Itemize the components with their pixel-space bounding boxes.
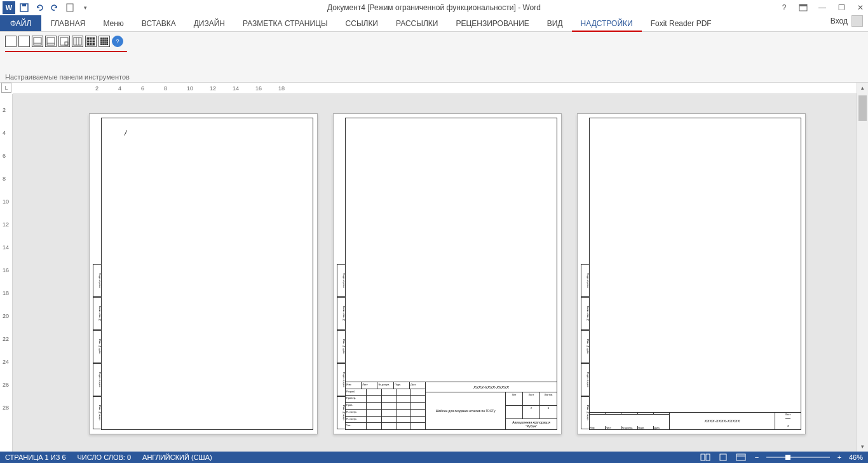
word-logo-icon: W	[3, 1, 15, 14]
ribbon-group-label: Настраиваемые панели инструментов	[5, 73, 130, 81]
zoom-out-button[interactable]: −	[752, 453, 761, 461]
svg-rect-14	[87, 38, 95, 45]
svg-rect-11	[74, 38, 81, 45]
svg-rect-9	[60, 38, 68, 45]
quick-access-toolbar: W ▾	[0, 1, 92, 14]
addin-frame3-icon[interactable]	[32, 36, 43, 47]
status-words[interactable]: ЧИСЛО СЛОВ: 0	[78, 453, 132, 461]
zoom-in-button[interactable]: +	[835, 453, 844, 461]
tab-layout[interactable]: РАЗМЕТКА СТРАНИЦЫ	[234, 15, 337, 31]
svg-rect-7	[47, 38, 55, 45]
gost-sheet-label: Лист	[785, 413, 791, 419]
svg-rect-27	[706, 454, 710, 460]
svg-rect-4	[799, 4, 807, 6]
ruler-vertical[interactable]: 246810121416182022242628	[0, 94, 13, 452]
addin-help-icon[interactable]: ?	[112, 36, 123, 47]
tab-mailings[interactable]: РАССЫЛКИ	[387, 15, 447, 31]
window-controls: ? — ❐ ✕	[779, 3, 865, 13]
addin-frame2-icon[interactable]	[18, 36, 30, 47]
tab-references[interactable]: ССЫЛКИ	[337, 15, 387, 31]
tab-selector-icon[interactable]: L	[1, 83, 11, 93]
restore-button[interactable]: ❐	[836, 3, 846, 13]
gost-title-block: ИзмЛист№ докум.Подп.ДатаРазраб.Провер.Пр…	[345, 382, 557, 430]
document-area[interactable]: / Подп. и датаВзам. инв №Инв. №дубл.Подп…	[13, 94, 857, 452]
zoom-level[interactable]: 46%	[849, 453, 863, 461]
ruler-horizontal[interactable]: L 24681012141618	[13, 83, 857, 94]
page-3[interactable]: Подп. и датаВзам. инв №Инв. №дубл.Подп. …	[577, 113, 806, 434]
tab-view[interactable]: ВИД	[538, 15, 572, 31]
page-1[interactable]: / Подп. и датаВзам. инв №Инв. №дубл.Подп…	[89, 113, 318, 434]
svg-rect-5	[34, 38, 41, 45]
addin-grid2-icon[interactable]	[85, 36, 97, 47]
svg-rect-2	[67, 4, 73, 11]
avatar-icon	[851, 15, 863, 27]
tab-addins[interactable]: НАДСТРОЙКИ	[572, 16, 642, 32]
status-bar: СТРАНИЦА 1 ИЗ 6 ЧИСЛО СЛОВ: 0 АНГЛИЙСКИЙ…	[0, 452, 868, 463]
title-bar: W ▾ Документ4 [Режим ограниченной функци…	[0, 0, 868, 15]
help-button[interactable]: ?	[779, 3, 789, 13]
sign-in[interactable]: Вход	[831, 15, 863, 27]
gost-sheet-num: 3	[787, 424, 789, 430]
view-web-icon[interactable]	[735, 453, 747, 462]
addin-frame5-icon[interactable]	[58, 36, 70, 47]
svg-rect-29	[736, 454, 745, 460]
svg-rect-10	[65, 42, 68, 45]
minimize-button[interactable]: —	[817, 3, 827, 13]
gost-small-block: ИзмЛист№ докум.Подп.Дата ХХХХ-ХХХХ-ХХХХХ…	[589, 412, 801, 430]
svg-rect-28	[720, 454, 726, 460]
scrollbar-vertical[interactable]: ▴ ▾	[857, 83, 868, 452]
view-print-icon[interactable]	[717, 453, 729, 462]
view-read-icon[interactable]	[699, 453, 712, 462]
scroll-down-icon[interactable]: ▾	[857, 441, 868, 452]
tab-home[interactable]: ГЛАВНАЯ	[41, 15, 94, 31]
addin-grid1-icon[interactable]	[72, 36, 83, 47]
redo-icon[interactable]	[48, 1, 61, 14]
addin-grid3-icon[interactable]	[98, 36, 110, 47]
scroll-thumb[interactable]	[858, 95, 867, 121]
status-lang[interactable]: АНГЛИЙСКИЙ (США)	[142, 453, 212, 461]
tab-foxit[interactable]: Foxit Reader PDF	[642, 15, 721, 31]
close-button[interactable]: ✕	[855, 3, 865, 13]
gost-company: Авиационная корпорация "Рубин"	[506, 419, 557, 429]
ribbon-content: ? Настраиваемые панели инструментов	[0, 32, 868, 83]
tab-design[interactable]: ДИЗАЙН	[185, 15, 234, 31]
addin-frame1-icon[interactable]	[5, 36, 17, 47]
gost-doc-number: ХХХХ-ХХХХ-ХХХХХ	[426, 382, 557, 392]
addin-toolbar: ?	[5, 36, 863, 47]
gost-doc-number-small: ХХХХ-ХХХХ-ХХХХХ	[670, 413, 775, 429]
ribbon-display-options[interactable]	[798, 3, 808, 13]
tab-insert[interactable]: ВСТАВКА	[133, 15, 185, 31]
tab-menu[interactable]: Меню	[94, 15, 132, 31]
qat-customize-icon[interactable]: ▾	[79, 1, 92, 14]
addin-underline	[5, 51, 127, 52]
ribbon-tabs: ФАЙЛ ГЛАВНАЯ Меню ВСТАВКА ДИЗАЙН РАЗМЕТК…	[0, 15, 868, 32]
tab-file[interactable]: ФАЙЛ	[0, 15, 41, 31]
zoom-slider[interactable]	[766, 457, 830, 458]
gost-template-name: Шаблон для создания отчетов по ГОСТу	[426, 392, 506, 429]
new-doc-icon[interactable]	[64, 1, 76, 14]
sign-in-label: Вход	[831, 17, 848, 25]
status-page[interactable]: СТРАНИЦА 1 ИЗ 6	[5, 453, 66, 461]
svg-rect-26	[701, 454, 705, 460]
scroll-up-icon[interactable]: ▴	[857, 83, 868, 93]
undo-icon[interactable]	[33, 1, 46, 14]
addin-frame4-icon[interactable]	[45, 36, 57, 47]
page-2[interactable]: Подп. и датаВзам. инв №Инв. №дубл.Подп. …	[333, 113, 562, 434]
svg-rect-1	[22, 4, 26, 6]
save-icon[interactable]	[18, 1, 31, 14]
tab-review[interactable]: РЕЦЕНЗИРОВАНИЕ	[447, 15, 538, 31]
window-title: Документ4 [Режим ограниченной функционал…	[327, 3, 541, 12]
